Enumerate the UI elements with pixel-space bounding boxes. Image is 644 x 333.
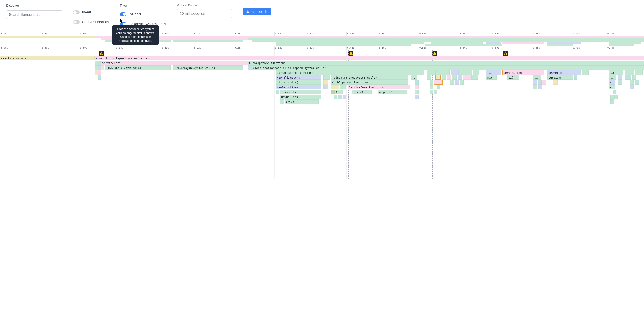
flame-span[interactable] [248,65,252,70]
flame-span[interactable] [630,85,634,89]
flame-span[interactable] [624,75,631,80]
flame-span[interactable] [610,99,614,104]
flame-span[interactable] [427,75,431,80]
flame-span[interactable] [451,70,458,75]
flame-span[interactable]: NewRe…ions [280,95,321,99]
flame-span[interactable] [98,75,101,80]
flame-span[interactable] [452,75,457,80]
minimap-span[interactable] [276,44,411,46]
flame-span[interactable] [450,80,454,85]
flame-span[interactable] [342,95,346,99]
minimap-span[interactable] [609,44,634,46]
flame-span[interactable]: CurbAppstore functions [248,61,644,65]
flame-span[interactable] [434,90,438,94]
flame-span[interactable]: ServiceCore functions [348,85,410,89]
flame-span[interactable]: _disp…lls) [280,90,321,94]
flame-span[interactable]: met…s) [285,99,319,104]
flame-span[interactable] [574,75,577,80]
flame-span[interactable] [632,75,636,80]
flame-span[interactable]: NewReli…ctions [276,75,321,80]
flame-span[interactable] [458,75,462,80]
flame-span[interactable]: <early startup> [0,56,95,60]
flame-span[interactable] [323,75,330,80]
invert-toggle[interactable] [73,10,80,14]
flame-span[interactable] [455,80,459,85]
flame-span[interactable] [427,70,435,75]
flame-span[interactable] [635,80,639,85]
flame-span[interactable] [436,85,440,89]
flame-span[interactable]: ServiceCore [101,61,248,65]
flame-span[interactable] [472,75,478,80]
flame-span[interactable]: _dispa…calls) [276,80,321,85]
flame-span[interactable] [95,61,98,65]
flame-span[interactable] [434,80,442,85]
flame-span[interactable] [538,85,542,89]
flame-span[interactable] [276,90,280,94]
flame-span[interactable] [538,80,542,85]
flame-span[interactable]: _… [411,75,417,80]
flame-span[interactable] [280,99,284,104]
flame-span[interactable]: NewRel…ctions [276,85,321,89]
minimap-span[interactable] [425,44,502,46]
warning-icon[interactable]: ⚠️ [432,51,437,56]
flame-span[interactable] [415,95,419,99]
flame-span[interactable]: c…) [508,75,519,80]
flame-span[interactable] [98,65,101,70]
flame-span[interactable]: N… [609,80,615,85]
flame-span[interactable] [430,85,434,89]
minimap[interactable]: 0.00s0.05s0.09s0.14s0.19s0.23s0.28s0.33s… [0,32,644,46]
flame-span[interactable] [630,80,634,85]
run-details-button[interactable]: Run Details [242,8,271,16]
flame-span[interactable]: _… [340,85,346,89]
flame-span[interactable]: Servic…tions [502,70,544,75]
flame-span[interactable]: _dispatch_onc…system calls) [331,75,408,80]
flame-span[interactable] [436,75,440,80]
flame-span[interactable] [331,85,340,89]
flame-span[interactable]: -… [609,75,616,80]
flame-span[interactable] [610,95,614,99]
flame-span[interactable] [442,75,446,80]
flame-span[interactable] [533,80,537,85]
flame-span[interactable] [415,90,419,94]
flame-span[interactable]: m…) [486,75,496,80]
minimum-duration-input[interactable] [177,9,232,18]
flame-span[interactable] [624,70,634,75]
flame-span[interactable] [614,95,618,99]
flame-span[interactable]: -[NSArray(NS…ystem calls) [172,65,244,70]
flame-span[interactable] [95,70,98,75]
flame-span[interactable] [101,65,104,70]
flame-span[interactable] [618,75,622,80]
insights-toggle[interactable] [120,12,126,16]
flame-span[interactable]: B…h [609,70,623,75]
flame-span[interactable] [542,80,546,85]
flame-span[interactable] [463,75,471,80]
flame-span[interactable]: start (+ collapsed system calls) [95,56,644,60]
flame-span[interactable]: S… [533,75,541,80]
search-input[interactable] [6,10,62,19]
flame-span[interactable] [334,95,338,99]
flame-span[interactable] [533,85,537,89]
flame-span[interactable] [98,70,101,75]
flame-span[interactable] [436,70,450,75]
warning-icon[interactable]: ⚠️ [503,51,508,56]
flame-span[interactable] [553,80,558,85]
flame-span[interactable]: NewRelic [547,70,581,75]
flame-span[interactable]: +[NSBundle …tem calls) [105,65,171,70]
minimap-span[interactable] [547,44,573,46]
flame-span[interactable]: CurbAppstore functions [331,80,408,85]
flame-span[interactable]: L…s [486,70,501,75]
flame-span[interactable] [415,80,419,85]
cluster-libraries-toggle[interactable] [73,20,80,24]
flame-span[interactable] [430,90,434,94]
flame-span[interactable] [95,65,98,70]
warning-icon[interactable]: ⚠️ [348,51,353,56]
flame-span[interactable] [613,90,616,94]
flame-span[interactable] [430,80,434,85]
flame-span[interactable]: Curb…ons [547,75,573,80]
flame-span[interactable]: C… [335,90,343,94]
flame-span[interactable] [447,75,451,80]
flame-span[interactable]: UIApplicationMain (+ collapsed system ca… [252,65,644,70]
flamechart[interactable]: 0.00s0.05s0.09s0.14s0.19s0.23s0.28s0.33s… [0,46,644,179]
flame-span[interactable] [473,70,479,75]
flame-span[interactable] [323,85,328,89]
